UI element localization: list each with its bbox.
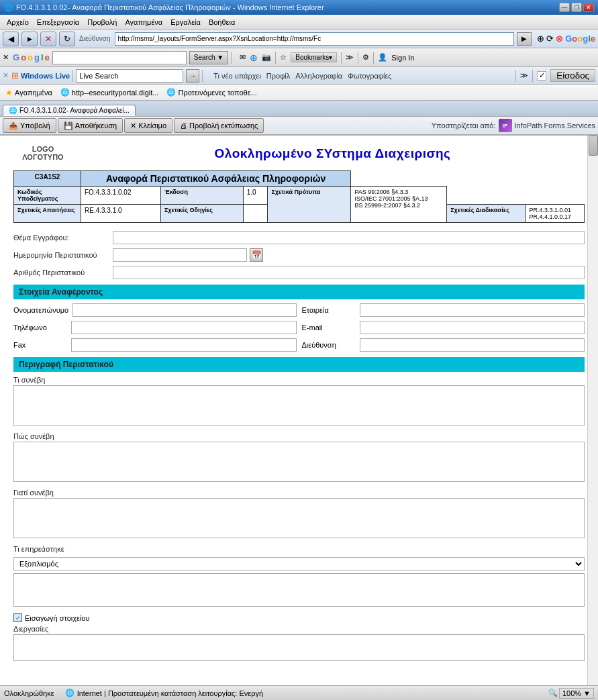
logo-line2: ΛΟΓΟΤΥΠΟ	[16, 153, 70, 161]
why-happened-textarea[interactable]	[13, 498, 585, 538]
live-tab-close[interactable]: ✕	[3, 71, 9, 80]
camera-icon[interactable]: 📷	[262, 53, 271, 62]
reporter-section-header: Στοιχεία Αναφέροντος	[13, 285, 585, 299]
settings-icon[interactable]: ⚙	[362, 53, 369, 62]
login-button[interactable]: Είσοδος	[550, 69, 595, 82]
separator-live3	[515, 70, 516, 82]
menu-help[interactable]: Βοήθεια	[205, 17, 239, 28]
refresh-icon: ⟳	[546, 34, 554, 44]
checkbox-label: Εισαγωγή στοιχείου	[25, 614, 90, 622]
mail-icon[interactable]: ✉	[240, 53, 246, 62]
more-icon[interactable]: ≫	[346, 53, 354, 62]
subject-input[interactable]	[113, 231, 585, 244]
what-happened-textarea[interactable]	[13, 385, 585, 426]
submit-button[interactable]: 📤 Υποβολή	[3, 118, 56, 133]
google-tab-close[interactable]: ✕	[3, 53, 9, 62]
bookmarks-button[interactable]: Bookmarks▾	[291, 52, 337, 62]
fax-input[interactable]	[71, 338, 297, 352]
minimize-button[interactable]: —	[559, 3, 570, 12]
live-search-input[interactable]	[76, 69, 183, 83]
separator4	[358, 52, 358, 64]
affected-row: Τι επηρεάστηκε	[13, 545, 585, 553]
close-window-button[interactable]: ✕	[583, 3, 594, 12]
submit-icon: 📤	[9, 121, 18, 130]
live-checkbox[interactable]: ✓	[537, 71, 546, 81]
fav-recommendations[interactable]: 🌐 Προτεινόμενες τοποθε...	[164, 87, 259, 97]
close-form-button[interactable]: ✕ Κλείσιμο	[124, 118, 172, 133]
live-link-news[interactable]: Τι νέο υπάρχει	[213, 72, 261, 80]
menu-tools[interactable]: Εργαλεία	[166, 17, 205, 28]
print-button[interactable]: 🖨 Προβολή εκτύπωσης	[174, 118, 264, 133]
company-input[interactable]	[360, 303, 585, 317]
how-happened-field: Πώς συνέβη	[13, 432, 585, 483]
menu-favorites[interactable]: Αγαπημένα	[121, 17, 166, 28]
favorites-bar: ★ Αγαπημένα 🌐 http--esecurityportal.digi…	[0, 85, 598, 101]
zoom-control[interactable]: 100% ▼	[559, 688, 594, 699]
logo-line1: LOGO	[16, 145, 70, 153]
menu-file[interactable]: Αρχείο	[3, 17, 33, 28]
google-search-button[interactable]: Search ▼	[189, 51, 228, 64]
refresh-button[interactable]: ↻	[59, 32, 75, 46]
back-button[interactable]: ◀	[3, 32, 19, 46]
email-input[interactable]	[360, 321, 585, 334]
checkbox-row: ✓ Εισαγωγή στοιχείου	[13, 613, 585, 622]
forward-button[interactable]: ▶	[21, 32, 38, 46]
menu-view[interactable]: Προβολή	[83, 17, 121, 28]
address-input[interactable]	[115, 32, 515, 46]
sign-in-label[interactable]: Sign In	[391, 54, 414, 62]
status-text: Ολοκληρώθηκε	[4, 689, 54, 697]
phone-input[interactable]	[71, 321, 297, 334]
active-tab[interactable]: 🌐 FO.4.3.3.1.0.02- Αναφορά Ασφαλεί...	[3, 105, 136, 116]
sign-in-icon[interactable]: 👤	[378, 53, 387, 62]
zoom-arrow: ▼	[583, 689, 591, 697]
phone-email-fields: Τηλέφωνο E-mail	[13, 321, 585, 334]
form-title: Ολοκληρωμένο ΣΥστημα Διαχειρισης	[83, 146, 582, 161]
webpage-icon: 🌐	[60, 88, 70, 97]
fullname-input[interactable]	[72, 303, 296, 317]
add-icon[interactable]: ⊕	[250, 52, 258, 63]
google-toolbar: ✕ Google Search ▼ ✉ ⊕ 📷 ☆ Bookmarks▾ ≫ ⚙…	[0, 48, 598, 67]
live-more-icon[interactable]: ≫	[520, 71, 528, 80]
how-happened-textarea[interactable]	[13, 442, 585, 482]
save-button[interactable]: 💾 Αποθήκευση	[58, 118, 123, 133]
processes-label: Διεργασίες	[13, 625, 585, 633]
restore-button[interactable]: ❐	[571, 3, 582, 12]
fav-esecurity[interactable]: 🌐 http--esecurityportal.digit...	[58, 87, 162, 97]
affected-textarea[interactable]	[13, 573, 585, 607]
date-input[interactable]	[113, 248, 247, 262]
menu-edit[interactable]: Επεξεργασία	[33, 17, 83, 28]
star-icon[interactable]: ☆	[280, 53, 287, 62]
live-search-button[interactable]: →	[186, 69, 199, 83]
phone-field: Τηλέφωνο	[13, 321, 297, 334]
live-links: Τι νέο υπάρχει Προφίλ Αλληλογραφία Φωτογ…	[213, 72, 391, 80]
why-happened-label: Γιατί συνέβη	[13, 489, 585, 497]
reporter-fields: Ονοματεπώνυμο Εταιρεία	[13, 303, 585, 317]
incident-number-input[interactable]	[113, 266, 585, 279]
live-link-photos[interactable]: Φωτογραφίες	[348, 72, 391, 80]
separator1	[231, 52, 232, 64]
go-button[interactable]: ▶	[517, 32, 532, 46]
live-link-profile[interactable]: Προφίλ	[266, 72, 290, 80]
google-logo-area: Google	[13, 52, 50, 62]
google-search-input[interactable]	[52, 51, 187, 64]
separator-live4	[532, 70, 533, 82]
live-link-mail[interactable]: Αλληλογραφία	[295, 72, 342, 80]
scrollbar-track[interactable]	[587, 136, 598, 685]
menu-bar: Αρχείο Επεξεργασία Προβολή Αγαπημένα Εργ…	[0, 15, 598, 30]
zoom-value: 100%	[562, 689, 581, 697]
standards-value: PAS 99:2006 §4.3.3 ISO/IEC 27001:2005 §A…	[351, 187, 447, 223]
address-input[interactable]	[360, 338, 585, 352]
close-icon: ✕	[130, 121, 136, 130]
affected-dropdown[interactable]: Εξοπλισμός	[13, 557, 585, 570]
scrollbar-thumb[interactable]	[589, 136, 598, 156]
address-bar: ◀ ▶ ✕ ↻ Διεύθυνση ▶ ⊕ ⟳ ⊗ Google	[0, 30, 598, 48]
date-field: 📅	[113, 248, 263, 262]
checkbox-insert[interactable]: ✓	[13, 613, 22, 622]
processes-textarea[interactable]	[13, 634, 585, 661]
calendar-icon[interactable]: 📅	[250, 248, 263, 262]
guides-label: Σχετικές Οδηγίες	[160, 205, 243, 223]
favorites-folder[interactable]: ★ Αγαπημένα	[3, 87, 55, 98]
stop-button[interactable]: ✕	[40, 32, 56, 46]
windows-live-label: Windows Live	[21, 72, 70, 80]
status-bar: Ολοκληρώθηκε 🌐 Internet | Προστατευμένη …	[0, 685, 598, 700]
